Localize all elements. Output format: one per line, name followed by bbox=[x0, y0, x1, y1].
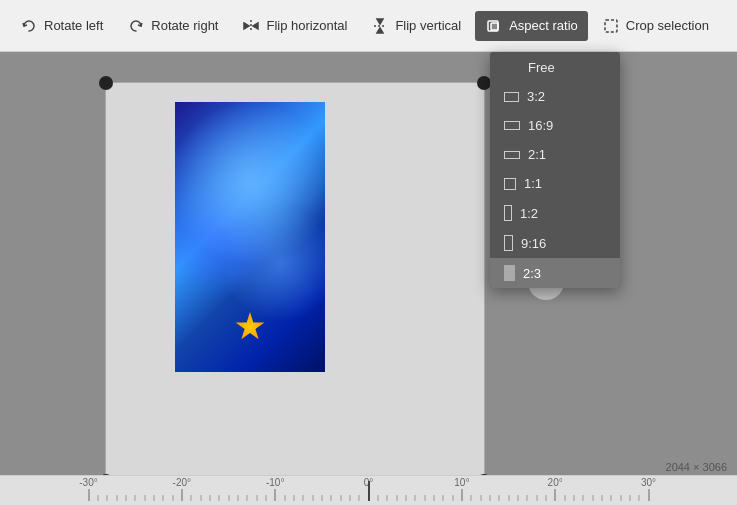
flip-horizontal-button[interactable]: Flip horizontal bbox=[232, 11, 357, 41]
size-label: 2044 × 3066 bbox=[666, 461, 727, 473]
ruler-mark--23 bbox=[153, 495, 154, 501]
ruler-mark--30 bbox=[88, 489, 89, 501]
ruler-mark--6 bbox=[312, 495, 313, 501]
ruler-mark-17 bbox=[527, 495, 528, 501]
ruler-mark-4 bbox=[405, 495, 406, 501]
canvas-area: 2044 × 3066 -30°-20°-10°0°10°20°30° bbox=[0, 52, 737, 505]
ruler-mark-16 bbox=[517, 495, 518, 501]
flip-vertical-button[interactable]: Flip vertical bbox=[361, 11, 471, 41]
rotate-right-icon bbox=[127, 17, 145, 35]
ruler-mark-30 bbox=[648, 489, 649, 501]
ruler-mark-10 bbox=[461, 489, 462, 501]
ruler-label-10: 10° bbox=[454, 477, 469, 488]
aspect-option-2x3[interactable]: 2:3 bbox=[490, 258, 620, 288]
aspect-label-3x2: 3:2 bbox=[527, 89, 545, 104]
ruler-mark-12 bbox=[480, 495, 481, 501]
ruler-mark-21 bbox=[564, 495, 565, 501]
ruler-mark--11 bbox=[265, 495, 266, 501]
crop-handle-tr[interactable] bbox=[477, 76, 491, 90]
aspect-icon-free bbox=[504, 59, 520, 75]
ruler-track: -30°-20°-10°0°10°20°30° bbox=[89, 481, 649, 501]
ruler-mark--28 bbox=[107, 495, 108, 501]
ruler-mark--21 bbox=[172, 495, 173, 501]
rotate-left-icon bbox=[20, 17, 38, 35]
aspect-ratio-dropdown: Free3:216:92:11:11:29:162:3 bbox=[490, 52, 620, 288]
ruler-mark--3 bbox=[340, 495, 341, 501]
flip-horizontal-icon bbox=[242, 17, 260, 35]
ruler-mark--20 bbox=[181, 489, 182, 501]
ruler-label--30: -30° bbox=[79, 477, 97, 488]
aspect-option-1x2[interactable]: 1:2 bbox=[490, 198, 620, 228]
ruler-mark-24 bbox=[592, 495, 593, 501]
crop-selection-button[interactable]: Crop selection bbox=[592, 11, 719, 41]
overlay-left bbox=[0, 82, 105, 482]
ruler-mark-14 bbox=[499, 495, 500, 501]
toolbar: Rotate left Rotate right Flip horizontal bbox=[0, 0, 737, 52]
aspect-option-16x9[interactable]: 16:9 bbox=[490, 111, 620, 140]
aspect-icon-9x16 bbox=[504, 235, 513, 251]
ruler-mark-25 bbox=[601, 495, 602, 501]
aspect-ratio-icon bbox=[485, 17, 503, 35]
ruler-label-20: 20° bbox=[548, 477, 563, 488]
aspect-option-3x2[interactable]: 3:2 bbox=[490, 82, 620, 111]
ruler-mark--10 bbox=[275, 489, 276, 501]
ruler-mark--4 bbox=[331, 495, 332, 501]
ruler-label--10: -10° bbox=[266, 477, 284, 488]
aspect-label-2x1: 2:1 bbox=[528, 147, 546, 162]
ruler-mark-5 bbox=[415, 495, 416, 501]
ruler-mark-6 bbox=[424, 495, 425, 501]
ruler-mark--7 bbox=[303, 495, 304, 501]
aspect-icon-2x3 bbox=[504, 265, 515, 281]
aspect-ratio-button[interactable]: Aspect ratio bbox=[475, 11, 588, 41]
ruler-mark--1 bbox=[359, 495, 360, 501]
ruler-mark--18 bbox=[200, 495, 201, 501]
aspect-icon-1x1 bbox=[504, 178, 516, 190]
crop-selection-icon bbox=[602, 17, 620, 35]
ruler-mark-15 bbox=[508, 495, 509, 501]
rotate-right-button[interactable]: Rotate right bbox=[117, 11, 228, 41]
ruler-pointer bbox=[368, 481, 370, 501]
aspect-option-9x16[interactable]: 9:16 bbox=[490, 228, 620, 258]
aspect-icon-3x2 bbox=[504, 92, 519, 102]
ruler-mark--9 bbox=[284, 495, 285, 501]
ruler-mark-23 bbox=[583, 495, 584, 501]
ruler-mark-18 bbox=[536, 495, 537, 501]
ruler-mark--5 bbox=[321, 495, 322, 501]
aspect-icon-2x1 bbox=[504, 151, 520, 159]
ruler-mark--19 bbox=[191, 495, 192, 501]
ruler-mark--22 bbox=[163, 495, 164, 501]
ruler-mark-2 bbox=[387, 495, 388, 501]
ruler-mark--15 bbox=[228, 495, 229, 501]
photo-image bbox=[175, 102, 325, 372]
rotation-ruler[interactable]: -30°-20°-10°0°10°20°30° bbox=[0, 475, 737, 505]
rotate-left-button[interactable]: Rotate left bbox=[10, 11, 113, 41]
ruler-label--20: -20° bbox=[173, 477, 191, 488]
aspect-label-1x1: 1:1 bbox=[524, 176, 542, 191]
ruler-mark--24 bbox=[144, 495, 145, 501]
svg-marker-4 bbox=[377, 19, 383, 24]
crop-handle-tl[interactable] bbox=[99, 76, 113, 90]
ruler-mark-7 bbox=[433, 495, 434, 501]
aspect-label-16x9: 16:9 bbox=[528, 118, 553, 133]
aspect-label-2x3: 2:3 bbox=[523, 266, 541, 281]
svg-marker-5 bbox=[377, 28, 383, 33]
aspect-option-2x1[interactable]: 2:1 bbox=[490, 140, 620, 169]
ruler-mark--13 bbox=[247, 495, 248, 501]
ruler-mark-19 bbox=[545, 495, 546, 501]
ruler-mark-27 bbox=[620, 495, 621, 501]
aspect-option-free[interactable]: Free bbox=[490, 52, 620, 82]
svg-rect-7 bbox=[491, 23, 498, 30]
ruler-mark-11 bbox=[471, 495, 472, 501]
ruler-mark--12 bbox=[256, 495, 257, 501]
ruler-label-30: 30° bbox=[641, 477, 656, 488]
ruler-mark--14 bbox=[237, 495, 238, 501]
aspect-option-1x1[interactable]: 1:1 bbox=[490, 169, 620, 198]
ruler-mark-8 bbox=[443, 495, 444, 501]
ruler-mark--17 bbox=[209, 495, 210, 501]
ruler-mark-13 bbox=[489, 495, 490, 501]
svg-marker-1 bbox=[244, 23, 249, 29]
ruler-mark-28 bbox=[629, 495, 630, 501]
aspect-label-1x2: 1:2 bbox=[520, 206, 538, 221]
ruler-mark--27 bbox=[116, 495, 117, 501]
aspect-icon-1x2 bbox=[504, 205, 512, 221]
